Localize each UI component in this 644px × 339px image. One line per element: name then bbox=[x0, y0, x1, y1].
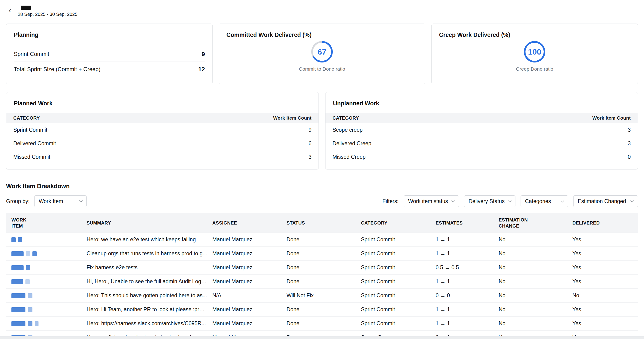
chevron-down-icon bbox=[630, 199, 634, 202]
estimation-change-cell: No bbox=[499, 250, 572, 257]
table-row[interactable]: Hero: https://harness.slack.com/archives… bbox=[6, 317, 638, 331]
redaction-block bbox=[35, 321, 38, 326]
category-row: Sprint Commit9 bbox=[6, 123, 318, 137]
planning-row: Sprint Commit9 bbox=[14, 47, 205, 62]
summary-cell: Hero: we have an e2e test which keeps fa… bbox=[86, 236, 212, 243]
redaction-block bbox=[28, 293, 32, 298]
back-button[interactable]: ‹ bbox=[6, 6, 14, 14]
creep-work-card: Creep Work Delivered (%) 100 Creep Done … bbox=[432, 23, 638, 84]
category-row: Scope creep3 bbox=[326, 123, 638, 137]
category-label: Missed Creep bbox=[332, 154, 366, 160]
category-cell: Sprint Commit bbox=[361, 236, 436, 243]
summary-cell: Hero: Hi Team, another PR to look at ple… bbox=[86, 306, 212, 313]
work-item-table: WORK ITEMSUMMARYASSIGNEESTATUSCATEGORYES… bbox=[6, 213, 638, 339]
category-row: Missed Creep0 bbox=[326, 150, 638, 164]
unplanned-work-rows: Scope creep3Delivered Creep3Missed Creep… bbox=[326, 123, 638, 164]
horizontal-scrollbar[interactable] bbox=[0, 336, 644, 339]
delivered-cell: Yes bbox=[572, 278, 638, 285]
redaction-block bbox=[12, 293, 26, 298]
table-row[interactable]: Cleanup orgs that runs tests in harness … bbox=[6, 247, 638, 261]
category-row: Missed Commit3 bbox=[6, 150, 318, 164]
chevron-down-icon bbox=[561, 199, 564, 202]
redaction-block bbox=[12, 265, 24, 270]
category-cell: Sprint Commit bbox=[361, 278, 436, 285]
date-range: 28 Sep, 2025 - 30 Sep, 2025 bbox=[18, 12, 78, 17]
category-label: Scope creep bbox=[332, 127, 362, 133]
filter-categories-label: Categories bbox=[525, 198, 551, 204]
category-label: Sprint Commit bbox=[13, 127, 47, 133]
work-item-table-body: Hero: we have an e2e test which keeps fa… bbox=[6, 233, 638, 339]
redaction-block bbox=[12, 307, 26, 312]
column-header-label: WORK ITEM bbox=[12, 217, 32, 229]
assignee-cell: N/A bbox=[212, 292, 286, 299]
assignee-cell: Manuel Marquez bbox=[212, 264, 286, 271]
filter-work-item-status[interactable]: Work item status bbox=[404, 195, 459, 207]
committed-gauge-caption: Commit to Done ratio bbox=[299, 66, 345, 72]
estimation-change-cell: No bbox=[499, 320, 572, 327]
estimation-change-cell: No bbox=[499, 264, 572, 271]
estimation-change-cell: No bbox=[499, 306, 572, 313]
chevron-down-icon bbox=[508, 199, 512, 202]
delivered-cell: Yes bbox=[572, 320, 638, 327]
column-header: ASSIGNEE bbox=[212, 220, 286, 226]
redaction-block bbox=[26, 265, 30, 270]
assignee-cell: Manuel Marquez bbox=[212, 250, 286, 257]
column-header: WORK ITEM bbox=[12, 217, 86, 229]
table-row[interactable]: Hero: This should have gotten pointed he… bbox=[6, 289, 638, 303]
table-row[interactable]: Hi, Hero:, Unable to see the full admin … bbox=[6, 275, 638, 289]
status-cell: Done bbox=[286, 236, 361, 243]
status-cell: Done bbox=[286, 264, 361, 271]
column-header-label: ASSIGNEE bbox=[212, 220, 237, 226]
committed-gauge-value: 67 bbox=[318, 47, 326, 56]
planning-row-value: 12 bbox=[198, 66, 205, 73]
status-cell: Done bbox=[286, 250, 361, 257]
summary-cell: Hero: https://harness.slack.com/archives… bbox=[86, 320, 212, 327]
category-label: Delivered Commit bbox=[13, 140, 56, 147]
status-cell: Will Not Fix bbox=[286, 292, 361, 299]
filter-categories[interactable]: Categories bbox=[520, 195, 568, 207]
filter-delivery-status[interactable]: Delivery Status bbox=[464, 195, 516, 207]
group-by-select[interactable]: Work Item bbox=[34, 195, 86, 207]
work-item-key-redacted bbox=[12, 321, 86, 326]
column-header: ESTIMATES bbox=[436, 220, 499, 226]
committed-gauge: 67 bbox=[311, 41, 333, 62]
table-row[interactable]: Hero: Hi Team, another PR to look at ple… bbox=[6, 303, 638, 317]
estimates-cell: 1 → 1 bbox=[436, 320, 499, 327]
redaction-block bbox=[12, 321, 26, 326]
estimates-cell: 1 → 1 bbox=[436, 250, 499, 257]
committed-gauge-inner: 67 bbox=[313, 43, 331, 61]
table-row[interactable]: Fix harness e2e testsManuel MarquezDoneS… bbox=[6, 261, 638, 275]
column-header: STATUS bbox=[286, 220, 361, 226]
column-header-label: ESTIMATES bbox=[436, 220, 463, 226]
category-cell: Sprint Commit bbox=[361, 250, 436, 257]
redaction-block bbox=[12, 237, 16, 242]
category-label: Missed Commit bbox=[13, 154, 50, 160]
table-row[interactable]: Hero: we have an e2e test which keeps fa… bbox=[6, 233, 638, 247]
category-column-header: CATEGORY bbox=[13, 115, 40, 121]
creep-gauge-value: 100 bbox=[528, 47, 541, 56]
filter-delivery-status-label: Delivery Status bbox=[468, 198, 505, 204]
category-count: 9 bbox=[308, 127, 312, 133]
creep-work-title: Creep Work Delivered (%) bbox=[439, 31, 630, 38]
unplanned-work-card: Unplanned Work CATEGORY Work Item Count … bbox=[325, 92, 638, 169]
delivered-cell: Yes bbox=[572, 264, 638, 271]
column-header-label: DELIVERED bbox=[572, 220, 600, 226]
delivered-cell: Yes bbox=[572, 306, 638, 313]
committed-work-card: Committed Work Delivered (%) 67 Commit t… bbox=[219, 23, 425, 84]
filter-estimation-changed[interactable]: Estimation Changed bbox=[573, 195, 638, 207]
status-cell: Done bbox=[286, 320, 361, 327]
page-header: ‹ 28 Sep, 2025 - 30 Sep, 2025 bbox=[6, 5, 638, 17]
breakdown-title: Work Item Breakdown bbox=[6, 183, 638, 190]
planning-rows: Sprint Commit9Total Sprint Size (Commit … bbox=[14, 47, 205, 77]
summary-cell: Hi, Hero:, Unable to see the full admin … bbox=[86, 278, 212, 285]
assignee-cell: Manuel Marquez bbox=[212, 306, 286, 313]
filter-work-item-status-label: Work item status bbox=[408, 198, 448, 204]
category-cell: Sprint Commit bbox=[361, 306, 436, 313]
planning-row-label: Sprint Commit bbox=[14, 51, 49, 57]
redaction-block bbox=[18, 237, 22, 242]
column-header-label: CATEGORY bbox=[361, 220, 388, 226]
category-count: 3 bbox=[628, 127, 631, 133]
redaction-block bbox=[12, 251, 24, 256]
category-label: Delivered Creep bbox=[332, 140, 371, 147]
planned-work-header: CATEGORY Work Item Count bbox=[6, 113, 318, 123]
